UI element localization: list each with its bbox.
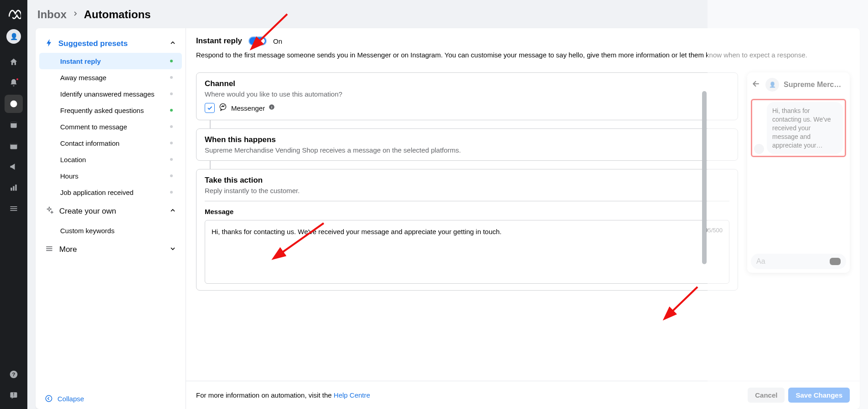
create-your-own-header[interactable]: Create your own bbox=[36, 200, 186, 222]
more-title: More bbox=[59, 245, 164, 254]
svg-rect-4 bbox=[10, 143, 17, 144]
chevron-down-icon bbox=[169, 245, 176, 254]
action-card: Take this action Reply instantly to the … bbox=[196, 169, 738, 291]
card-title: Channel bbox=[205, 79, 729, 88]
preview-page-name: Supreme Merc… bbox=[784, 81, 845, 89]
chevron-right-icon bbox=[72, 10, 78, 19]
preview-bubble: Hi, thanks for contacting us. We've rece… bbox=[767, 102, 843, 154]
svg-text:!: ! bbox=[13, 392, 14, 397]
sidebar-item-label: Location bbox=[60, 156, 170, 164]
channel-name: Messenger bbox=[231, 104, 265, 112]
suggested-presets-header[interactable]: Suggested presets bbox=[36, 34, 186, 53]
status-dot bbox=[170, 125, 173, 128]
svg-rect-5 bbox=[10, 188, 12, 191]
user-avatar[interactable]: 👤 bbox=[6, 29, 21, 44]
sidebar-item-label: Instant reply bbox=[60, 57, 170, 65]
svg-point-0 bbox=[10, 101, 17, 107]
back-icon[interactable] bbox=[752, 79, 761, 90]
sidebar-item-label: Frequently asked questions bbox=[60, 107, 170, 114]
more-header[interactable]: More bbox=[36, 239, 186, 261]
sidebar-item-faq[interactable]: Frequently asked questions bbox=[39, 102, 182, 118]
preview-placeholder: Aa bbox=[756, 257, 826, 266]
list-icon bbox=[45, 244, 54, 255]
chevron-up-icon bbox=[169, 39, 176, 48]
cancel-button[interactable]: Cancel bbox=[748, 388, 785, 403]
notification-dot bbox=[16, 77, 19, 81]
channel-card: Channel Where would you like to use this… bbox=[196, 72, 738, 120]
svg-rect-6 bbox=[13, 186, 14, 191]
card-title: Take this action bbox=[205, 176, 729, 185]
send-icon bbox=[830, 258, 841, 265]
sidebar-item-away-message[interactable]: Away message bbox=[39, 69, 182, 86]
sidebar-item-instant-reply[interactable]: Instant reply bbox=[39, 53, 182, 69]
automation-description: Respond to the first message someone sen… bbox=[196, 50, 850, 60]
sidebar-item-label: Away message bbox=[60, 74, 170, 82]
nav-menu-icon[interactable] bbox=[5, 199, 23, 218]
automation-title: Instant reply bbox=[196, 36, 242, 46]
when-card: When this happens Supreme Merchandise Ve… bbox=[196, 128, 738, 161]
nav-calendar-icon[interactable] bbox=[5, 137, 23, 155]
collapse-button[interactable]: Collapse bbox=[45, 394, 176, 403]
preview-avatar: 👤 bbox=[765, 78, 779, 92]
sidebar-item-label: Hours bbox=[60, 172, 170, 180]
instant-reply-toggle[interactable] bbox=[248, 36, 267, 46]
help-text: For more information on automation, visi… bbox=[196, 391, 370, 399]
nav-feedback-icon[interactable]: ! bbox=[5, 386, 23, 404]
sidebar-item-hours[interactable]: Hours bbox=[39, 168, 182, 184]
message-textarea[interactable]: Hi, thanks for contacting us. We've rece… bbox=[205, 220, 729, 284]
sidebar-item-comment-to-message[interactable]: Comment to message bbox=[39, 118, 182, 135]
card-title: When this happens bbox=[205, 135, 729, 144]
card-subtitle: Supreme Merchandise Vending Shop receive… bbox=[205, 146, 729, 154]
sidebar-item-contact-info[interactable]: Contact information bbox=[39, 135, 182, 151]
message-text: Hi, thanks for contacting us. We've rece… bbox=[212, 227, 723, 237]
sidebar-item-label: Custom keywords bbox=[60, 227, 173, 235]
sparkle-icon bbox=[45, 206, 54, 217]
nav-insights-icon[interactable] bbox=[5, 179, 23, 197]
nav-help-icon[interactable]: ? bbox=[5, 365, 23, 383]
sidebar-item-job-application[interactable]: Job application received bbox=[39, 184, 182, 200]
preview-msg-avatar bbox=[754, 144, 764, 154]
sidebar-item-custom-keywords[interactable]: Custom keywords bbox=[39, 222, 182, 239]
nav-inbox-icon[interactable] bbox=[5, 95, 23, 113]
sidebar-item-label: Identify unanswered messages bbox=[60, 90, 170, 98]
sidebar-item-label: Job application received bbox=[60, 189, 170, 196]
nav-notifications-icon[interactable] bbox=[5, 74, 23, 92]
preview-input: Aa bbox=[751, 254, 846, 269]
sidebar-item-label: Comment to message bbox=[60, 123, 170, 131]
preset-sidebar: Suggested presets Instant reply Away mes… bbox=[36, 28, 186, 409]
preview-message-row: Hi, thanks for contacting us. We've rece… bbox=[751, 99, 846, 157]
sidebar-item-label: Contact information bbox=[60, 139, 170, 147]
info-icon[interactable]: i bbox=[269, 104, 275, 112]
nav-rail: 👤 ? ! bbox=[0, 0, 27, 409]
scrollbar[interactable] bbox=[702, 91, 707, 264]
card-subtitle: Reply instantly to the customer. bbox=[205, 187, 729, 194]
create-your-own-title: Create your own bbox=[59, 207, 164, 216]
svg-rect-9 bbox=[10, 208, 17, 209]
save-button[interactable]: Save Changes bbox=[788, 388, 850, 403]
message-label: Message bbox=[205, 208, 729, 215]
status-dot bbox=[170, 60, 173, 62]
page-title: Automations bbox=[84, 8, 151, 21]
nav-posts-icon[interactable] bbox=[5, 116, 23, 134]
chevron-up-icon bbox=[169, 207, 176, 216]
svg-point-18 bbox=[46, 395, 52, 402]
sidebar-item-location[interactable]: Location bbox=[39, 151, 182, 168]
svg-rect-2 bbox=[10, 122, 16, 123]
svg-rect-10 bbox=[10, 210, 17, 211]
message-counter: 95/500 bbox=[704, 227, 723, 234]
breadcrumb-parent[interactable]: Inbox bbox=[37, 8, 67, 21]
help-centre-link[interactable]: Help Centre bbox=[334, 391, 370, 399]
card-subtitle: Where would you like to use this automat… bbox=[205, 90, 729, 98]
meta-logo[interactable] bbox=[5, 5, 23, 23]
nav-ads-icon[interactable] bbox=[5, 158, 23, 176]
svg-rect-7 bbox=[15, 184, 16, 190]
status-dot bbox=[170, 142, 173, 144]
nav-home-icon[interactable] bbox=[5, 53, 23, 71]
messenger-checkbox[interactable] bbox=[205, 103, 215, 113]
status-dot bbox=[170, 174, 173, 177]
status-dot bbox=[170, 76, 173, 79]
svg-rect-8 bbox=[10, 206, 17, 207]
sidebar-item-identify-unanswered[interactable]: Identify unanswered messages bbox=[39, 86, 182, 102]
messenger-icon bbox=[218, 102, 227, 113]
status-dot bbox=[170, 109, 173, 112]
